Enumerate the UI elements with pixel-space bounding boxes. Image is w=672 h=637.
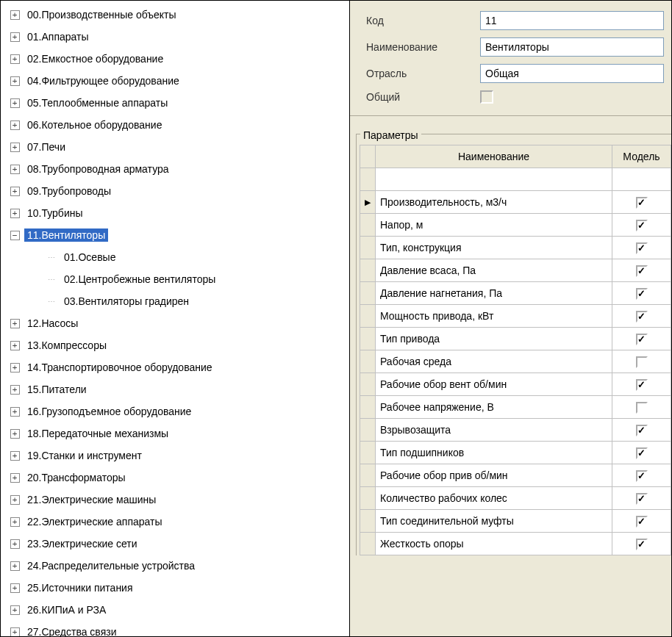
tree-item-label[interactable]: 20.Трансформаторы — [24, 471, 129, 484]
code-input[interactable] — [480, 11, 664, 30]
expand-icon[interactable]: + — [10, 76, 20, 86]
tree-item[interactable]: +18.Передаточные механизмы — [5, 422, 345, 445]
param-name-cell[interactable]: Количество рабочих колес — [376, 487, 612, 510]
expand-icon[interactable]: + — [10, 187, 20, 196]
table-row[interactable]: Тип, конструкция✓ — [360, 237, 671, 259]
param-name-cell[interactable]: Рабочие обор вент об/мин — [376, 373, 612, 396]
model-checkbox[interactable]: ✓ — [636, 425, 648, 436]
tree-child-item[interactable]: ⋯03.Вентиляторы градирен — [5, 290, 345, 312]
branch-input[interactable] — [480, 64, 664, 83]
tree-item[interactable]: +14.Транспортировочное оборудование — [5, 356, 345, 378]
param-model-cell[interactable]: ✓ — [612, 487, 671, 510]
tree-item-label[interactable]: 25.Источники питания — [24, 581, 136, 594]
tree-item[interactable]: −11.Вентиляторы — [5, 224, 345, 246]
tree-item[interactable]: +09.Трубопроводы — [5, 180, 345, 202]
param-name-cell[interactable]: Тип, конструкция — [376, 237, 612, 259]
param-model-cell[interactable]: ✓ — [612, 214, 671, 237]
col-model-header[interactable]: Модель — [612, 145, 671, 168]
expand-icon[interactable]: + — [10, 143, 20, 152]
param-name-cell[interactable]: Давление всаса, Па — [376, 259, 612, 282]
expand-icon[interactable]: + — [10, 385, 20, 395]
expand-icon[interactable]: + — [10, 319, 20, 328]
param-model-cell[interactable]: ✓ — [612, 442, 671, 464]
tree-item[interactable]: +27.Средства связи — [5, 621, 345, 636]
table-row[interactable]: Тип подшипников✓ — [360, 442, 671, 464]
tree-item-label[interactable]: 01.Аппараты — [24, 30, 92, 43]
tree-item-label[interactable]: 05.Теплообменные аппараты — [24, 96, 171, 109]
tree-item-label[interactable]: 03.Вентиляторы градирен — [61, 295, 192, 308]
name-input[interactable] — [480, 37, 664, 57]
param-model-cell[interactable]: ✓ — [612, 282, 671, 305]
tree-item[interactable]: +15.Питатели — [5, 378, 345, 400]
model-checkbox[interactable]: ✓ — [636, 334, 648, 345]
tree-item[interactable]: +25.Источники питания — [5, 577, 345, 599]
param-model-cell[interactable]: ✓ — [612, 237, 671, 259]
collapse-icon[interactable]: − — [10, 231, 20, 240]
tree-item-label[interactable]: 08.Трубопроводная арматура — [24, 162, 172, 176]
expand-icon[interactable]: + — [10, 451, 20, 461]
parameters-table[interactable]: Наименование Модель ▶Производительность,… — [360, 145, 671, 555]
model-checkbox[interactable]: ✓ — [636, 356, 648, 368]
tree-item-label[interactable]: 06.Котельное оборудование — [24, 118, 165, 132]
table-row[interactable]: Тип привода✓ — [360, 328, 671, 350]
model-checkbox[interactable]: ✓ — [636, 470, 648, 482]
expand-icon[interactable]: + — [10, 165, 20, 174]
tree-item[interactable]: +00.Производственные объекты — [5, 4, 345, 26]
param-name-cell[interactable]: Жесткость опоры — [376, 533, 612, 555]
table-row[interactable]: Рабочее напряжение, В✓ — [360, 396, 671, 419]
expand-icon[interactable]: + — [10, 341, 20, 350]
table-row[interactable]: Рабочие обор вент об/мин✓ — [360, 373, 671, 396]
tree-item-label[interactable]: 10.Турбины — [24, 206, 86, 220]
table-row[interactable]: Рабочая среда✓ — [360, 350, 671, 373]
category-tree[interactable]: +00.Производственные объекты+01.Аппараты… — [1, 1, 350, 636]
expand-icon[interactable]: + — [10, 605, 20, 615]
tree-item[interactable]: +26.КИПиА и РЗА — [5, 599, 345, 621]
expand-icon[interactable]: + — [10, 429, 20, 439]
tree-item-label[interactable]: 07.Печи — [24, 140, 68, 154]
param-model-cell[interactable]: ✓ — [612, 191, 671, 214]
tree-item[interactable]: +23.Электрические сети — [5, 533, 345, 555]
param-model-cell[interactable]: ✓ — [612, 419, 671, 442]
model-checkbox[interactable]: ✓ — [636, 242, 648, 254]
expand-icon[interactable]: + — [10, 583, 20, 593]
model-checkbox[interactable]: ✓ — [636, 311, 648, 323]
tree-item[interactable]: +13.Компрессоры — [5, 334, 345, 356]
expand-icon[interactable]: + — [10, 32, 20, 42]
expand-icon[interactable]: + — [10, 539, 20, 549]
param-name-cell[interactable]: Рабочая среда — [376, 350, 612, 373]
table-row[interactable]: Количество рабочих колес✓ — [360, 487, 671, 510]
model-checkbox[interactable]: ✓ — [636, 379, 648, 391]
tree-item-label[interactable]: 26.КИПиА и РЗА — [24, 603, 109, 616]
tree-item[interactable]: +22.Электрические аппараты — [5, 511, 345, 533]
param-model-cell[interactable]: ✓ — [612, 305, 671, 328]
model-checkbox[interactable]: ✓ — [636, 447, 648, 459]
tree-item[interactable]: +24.Распределительные устройства — [5, 555, 345, 577]
tree-child-item[interactable]: ⋯02.Центробежные вентиляторы — [5, 268, 345, 290]
expand-icon[interactable]: + — [10, 363, 20, 373]
table-row[interactable]: Рабочие обор прив об/мин✓ — [360, 464, 671, 487]
expand-icon[interactable]: + — [10, 517, 20, 527]
expand-icon[interactable]: + — [10, 407, 20, 417]
model-checkbox[interactable]: ✓ — [636, 539, 648, 550]
expand-icon[interactable]: + — [10, 10, 20, 20]
tree-item-label[interactable]: 02.Центробежные вентиляторы — [61, 273, 218, 286]
param-name-cell[interactable]: Давление нагнетания, Па — [376, 282, 612, 305]
tree-item[interactable]: +05.Теплообменные аппараты — [5, 92, 345, 114]
model-checkbox[interactable]: ✓ — [636, 288, 648, 300]
param-model-cell[interactable]: ✓ — [612, 464, 671, 487]
model-checkbox[interactable]: ✓ — [636, 516, 648, 528]
tree-item[interactable]: +07.Печи — [5, 136, 345, 158]
model-checkbox[interactable]: ✓ — [636, 197, 648, 209]
param-name-cell[interactable]: Тип соединительной муфты — [376, 510, 612, 533]
table-row[interactable]: Тип соединительной муфты✓ — [360, 510, 671, 533]
table-row[interactable]: Жесткость опоры✓ — [360, 533, 671, 555]
tree-item[interactable]: +16.Грузоподъемное оборудование — [5, 400, 345, 422]
tree-item-label[interactable]: 11.Вентиляторы — [24, 228, 108, 242]
expand-icon[interactable]: + — [10, 561, 20, 571]
tree-item-label[interactable]: 16.Грузоподъемное оборудование — [24, 405, 194, 418]
param-model-cell[interactable]: ✓ — [612, 510, 671, 533]
param-model-cell[interactable]: ✓ — [612, 533, 671, 555]
tree-item-label[interactable]: 21.Электрические машины — [24, 493, 159, 506]
tree-item-label[interactable]: 14.Транспортировочное оборудование — [24, 361, 215, 374]
tree-item[interactable]: +20.Трансформаторы — [5, 467, 345, 489]
